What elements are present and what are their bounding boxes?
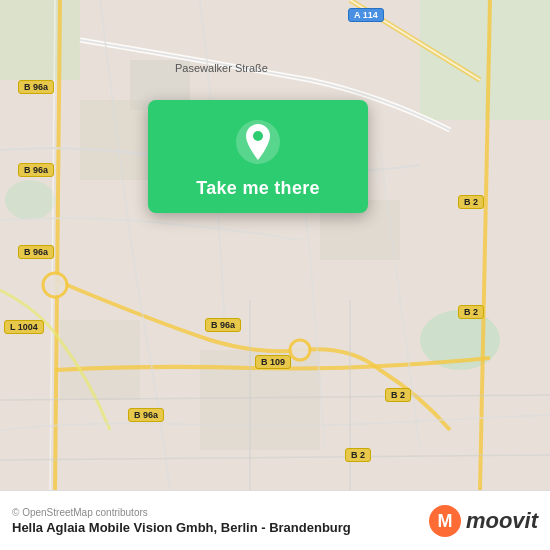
a114-badge: A 114 xyxy=(348,8,384,22)
svg-point-4 xyxy=(5,180,55,220)
pasewalker-label: Pasewalker Straße xyxy=(175,62,268,74)
moovit-text: moovit xyxy=(466,508,538,534)
b109-badge: B 109 xyxy=(255,355,291,369)
l1004-badge: L 1004 xyxy=(4,320,44,334)
location-info: © OpenStreetMap contributors Hella Aglai… xyxy=(12,507,351,535)
svg-rect-8 xyxy=(60,320,140,400)
moovit-icon: M xyxy=(428,504,462,538)
take-me-there-card[interactable]: Take me there xyxy=(148,100,368,213)
attribution-text: © OpenStreetMap contributors xyxy=(12,507,351,518)
moovit-logo: M moovit xyxy=(428,504,538,538)
map-container: Pasewalker Straße B 96a B 96a B 96a B 96… xyxy=(0,0,550,490)
b2-badge-3: B 2 xyxy=(385,388,411,402)
bottom-bar: © OpenStreetMap contributors Hella Aglai… xyxy=(0,490,550,550)
svg-rect-3 xyxy=(0,0,80,80)
b96a-badge-1: B 96a xyxy=(18,80,54,94)
svg-point-19 xyxy=(43,273,67,297)
b96a-badge-5: B 96a xyxy=(128,408,164,422)
b2-badge-4: B 2 xyxy=(345,448,371,462)
svg-point-22 xyxy=(253,131,263,141)
svg-point-20 xyxy=(290,340,310,360)
location-pin-icon xyxy=(234,118,282,166)
b96a-badge-4: B 96a xyxy=(205,318,241,332)
b2-badge-2: B 2 xyxy=(458,305,484,319)
b2-badge-1: B 2 xyxy=(458,195,484,209)
take-me-there-label[interactable]: Take me there xyxy=(196,178,320,199)
company-name: Hella Aglaia Mobile Vision Gmbh, Berlin … xyxy=(12,520,351,535)
svg-text:M: M xyxy=(437,511,452,531)
b96a-badge-3: B 96a xyxy=(18,245,54,259)
b96a-badge-2: B 96a xyxy=(18,163,54,177)
svg-rect-2 xyxy=(420,0,550,120)
